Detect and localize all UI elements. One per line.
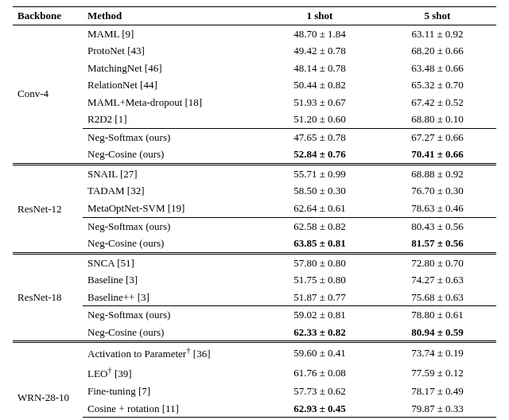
shot1-cell: 61.76 ± 0.08 — [261, 363, 379, 383]
shot5-cell: 70.41 ± 0.66 — [379, 146, 496, 164]
table-row: Baseline [3]51.75 ± 0.8074.27 ± 0.63 — [13, 271, 496, 289]
method-cell: Baseline++ [3] — [83, 289, 261, 306]
shot1-cell: 51.20 ± 0.60 — [261, 111, 379, 128]
method-cell: MatchingNet [46] — [83, 60, 261, 77]
method-cell: Neg-Softmax (ours) — [83, 217, 261, 235]
method-cell: R2D2 [1] — [83, 111, 261, 128]
shot5-cell: 63.11 ± 0.92 — [379, 25, 496, 42]
table-row: Neg-Softmax (ours)47.65 ± 0.7867.27 ± 0.… — [13, 128, 496, 146]
results-table: Backbone Method 1 shot 5 shot Conv-4MAML… — [13, 6, 496, 420]
method-cell: Neg-Softmax (ours) — [83, 128, 261, 146]
shot1-cell: 57.80 ± 0.80 — [261, 253, 379, 271]
table-row: WRN-28-10Activation to Parameter† [36]59… — [13, 342, 496, 363]
table-row: MetaOptNet-SVM [19]62.64 ± 0.6178.63 ± 0… — [13, 200, 496, 217]
method-cell: Cosine + rotation [11] — [83, 400, 261, 418]
col-backbone: Backbone — [13, 7, 83, 25]
method-cell: TADAM [32] — [83, 182, 261, 200]
shot1-cell: 62.33 ± 0.82 — [261, 324, 379, 342]
shot5-cell: 68.20 ± 0.66 — [379, 42, 496, 60]
table-row: LEO† [39]61.76 ± 0.0877.59 ± 0.12 — [13, 363, 496, 383]
method-cell: Baseline [3] — [83, 271, 261, 289]
method-cell: MAML+Meta-dropout [18] — [83, 94, 261, 111]
shot5-cell: 78.63 ± 0.46 — [379, 200, 496, 217]
shot1-cell: 50.44 ± 0.82 — [261, 76, 379, 94]
table-row: Neg-Softmax (ours)62.58 ± 0.8280.43 ± 0.… — [13, 217, 496, 235]
shot1-cell: 62.93 ± 0.45 — [261, 400, 379, 418]
table-row: Neg-Cosine (ours)63.85 ± 0.8181.57 ± 0.5… — [13, 235, 496, 253]
shot1-cell: 51.93 ± 0.67 — [261, 94, 379, 111]
table-row: Neg-Cosine (ours)52.84 ± 0.7670.41 ± 0.6… — [13, 146, 496, 164]
table-row: R2D2 [1]51.20 ± 0.6068.80 ± 0.10 — [13, 111, 496, 128]
col-1shot: 1 shot — [261, 7, 379, 25]
method-cell: Neg-Cosine (ours) — [83, 235, 261, 253]
shot5-cell: 74.27 ± 0.63 — [379, 271, 496, 289]
shot1-cell: 58.50 ± 0.30 — [261, 182, 379, 200]
table-row: Neg-Softmax (ours)59.02 ± 0.8178.80 ± 0.… — [13, 306, 496, 324]
shot5-cell: 77.59 ± 0.12 — [379, 363, 496, 383]
shot1-cell: 62.64 ± 0.61 — [261, 200, 379, 217]
table-row: Conv-4MAML [9]48.70 ± 1.8463.11 ± 0.92 — [13, 25, 496, 42]
method-cell: MetaOptNet-SVM [19] — [83, 200, 261, 217]
shot1-cell: 47.65 ± 0.78 — [261, 128, 379, 146]
shot1-cell: 55.71 ± 0.99 — [261, 164, 379, 182]
shot5-cell: 67.42 ± 0.52 — [379, 94, 496, 111]
method-cell: Neg-Cosine (ours) — [83, 146, 261, 164]
shot5-cell: 75.68 ± 0.63 — [379, 289, 496, 306]
method-cell: Neg-Softmax (ours) — [83, 306, 261, 324]
table-row: ProtoNet [43]49.42 ± 0.7868.20 ± 0.66 — [13, 42, 496, 60]
table-row: Fine-tuning [7]57.73 ± 0.6278.17 ± 0.49 — [13, 383, 496, 400]
shot5-cell: 67.27 ± 0.66 — [379, 128, 496, 146]
shot1-cell: 57.73 ± 0.62 — [261, 383, 379, 400]
shot5-cell: 78.17 ± 0.49 — [379, 383, 496, 400]
shot1-cell: 59.02 ± 0.81 — [261, 306, 379, 324]
table-header-row: Backbone Method 1 shot 5 shot — [13, 7, 496, 25]
table-row: Cosine + rotation [11]62.93 ± 0.4579.87 … — [13, 400, 496, 418]
method-cell: Activation to Parameter† [36] — [83, 342, 261, 363]
table-row: MatchingNet [46]48.14 ± 0.7863.48 ± 0.66 — [13, 60, 496, 77]
table-body: Conv-4MAML [9]48.70 ± 1.8463.11 ± 0.92Pr… — [13, 25, 496, 420]
shot5-cell: 68.88 ± 0.92 — [379, 164, 496, 182]
method-cell: RelationNet [44] — [83, 76, 261, 94]
shot5-cell: 76.70 ± 0.30 — [379, 182, 496, 200]
backbone-cell: Conv-4 — [13, 25, 83, 164]
shot1-cell: 51.87 ± 0.77 — [261, 289, 379, 306]
method-cell: SNAIL [27] — [83, 164, 261, 182]
shot5-cell: 72.80 ± 0.70 — [379, 253, 496, 271]
method-cell: MAML [9] — [83, 25, 261, 42]
backbone-cell: ResNet-18 — [13, 253, 83, 342]
shot5-cell: 80.43 ± 0.56 — [379, 217, 496, 235]
shot1-cell: 62.58 ± 0.82 — [261, 217, 379, 235]
shot1-cell: 49.42 ± 0.78 — [261, 42, 379, 60]
method-cell: SNCA [51] — [83, 253, 261, 271]
method-cell: Neg-Cosine (ours) — [83, 324, 261, 342]
method-cell: LEO† [39] — [83, 363, 261, 383]
table-row: TADAM [32]58.50 ± 0.3076.70 ± 0.30 — [13, 182, 496, 200]
shot5-cell: 81.57 ± 0.56 — [379, 235, 496, 253]
shot5-cell: 73.74 ± 0.19 — [379, 342, 496, 363]
shot5-cell: 65.32 ± 0.70 — [379, 76, 496, 94]
shot1-cell: 51.75 ± 0.80 — [261, 271, 379, 289]
col-method: Method — [83, 7, 261, 25]
table-row: ResNet-12SNAIL [27]55.71 ± 0.9968.88 ± 0… — [13, 164, 496, 182]
backbone-cell: ResNet-12 — [13, 164, 83, 253]
shot1-cell: 59.60 ± 0.41 — [261, 342, 379, 363]
shot1-cell: 48.14 ± 0.78 — [261, 60, 379, 77]
table-row: Baseline++ [3]51.87 ± 0.7775.68 ± 0.63 — [13, 289, 496, 306]
table-row: RelationNet [44]50.44 ± 0.8265.32 ± 0.70 — [13, 76, 496, 94]
table-row: MAML+Meta-dropout [18]51.93 ± 0.6767.42 … — [13, 94, 496, 111]
method-cell: Fine-tuning [7] — [83, 383, 261, 400]
shot5-cell: 63.48 ± 0.66 — [379, 60, 496, 77]
shot5-cell: 80.94 ± 0.59 — [379, 324, 496, 342]
shot5-cell: 79.87 ± 0.33 — [379, 400, 496, 418]
col-5shot: 5 shot — [379, 7, 496, 25]
shot1-cell: 52.84 ± 0.76 — [261, 146, 379, 164]
shot1-cell: 63.85 ± 0.81 — [261, 235, 379, 253]
backbone-cell: WRN-28-10 — [13, 342, 83, 420]
table-row: ResNet-18SNCA [51]57.80 ± 0.8072.80 ± 0.… — [13, 253, 496, 271]
table-row: Neg-Cosine (ours)62.33 ± 0.8280.94 ± 0.5… — [13, 324, 496, 342]
shot5-cell: 68.80 ± 0.10 — [379, 111, 496, 128]
shot1-cell: 48.70 ± 1.84 — [261, 25, 379, 42]
table-container: Backbone Method 1 shot 5 shot Conv-4MAML… — [0, 0, 509, 420]
shot5-cell: 78.80 ± 0.61 — [379, 306, 496, 324]
method-cell: ProtoNet [43] — [83, 42, 261, 60]
